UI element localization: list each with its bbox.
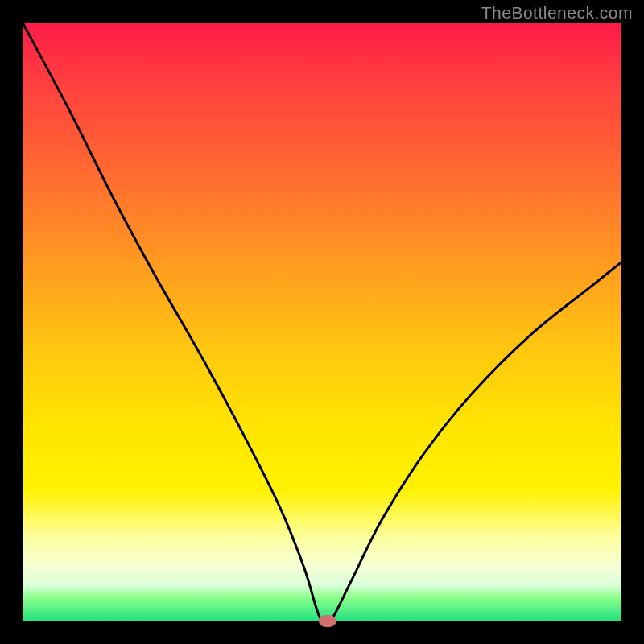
plot-area [23,23,621,621]
watermark-text: TheBottleneck.com [481,3,633,23]
bottleneck-curve [23,23,621,621]
chart-frame: TheBottleneck.com [0,0,644,644]
optimum-marker [319,615,336,627]
